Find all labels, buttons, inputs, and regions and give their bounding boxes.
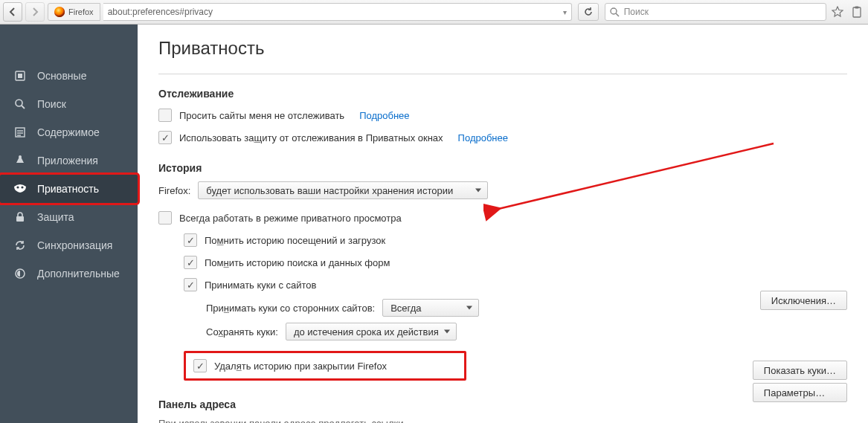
label-accept-cookies: Принимать куки с сайтов <box>205 280 316 291</box>
sidebar-item-sync[interactable]: Синхронизация <box>0 231 138 259</box>
reload-button[interactable] <box>578 3 599 21</box>
sidebar-item-search[interactable]: Поиск <box>0 90 138 118</box>
section-locationbar-title: Панель адреса <box>158 398 847 410</box>
svg-point-0 <box>611 8 617 14</box>
select-third-party[interactable]: Всегда <box>382 299 479 317</box>
label-remember-browsing: Помнить историю посещений и загрузок <box>205 235 385 246</box>
select-keep-until[interactable]: до истечения срока их действия <box>286 323 457 340</box>
preferences-content: Приватность Отслеживание Просить сайты м… <box>138 25 868 423</box>
select-third-party-value: Всегда <box>390 303 421 314</box>
advanced-icon <box>13 268 27 280</box>
section-tracking-title: Отслеживание <box>158 88 847 100</box>
label-always-private: Всегда работать в режиме приватного прос… <box>179 213 402 224</box>
locationbar-sub: При использовании панели адреса предлага… <box>158 418 847 423</box>
general-icon <box>13 70 27 82</box>
button-show-cookies[interactable]: Показать куки… <box>753 361 847 380</box>
sidebar-label: Содержимое <box>37 126 100 138</box>
applications-icon <box>13 155 27 167</box>
page-title: Приватность <box>158 38 847 59</box>
lock-icon <box>13 211 27 223</box>
svg-line-7 <box>22 106 25 109</box>
search-bar[interactable]: Поиск <box>605 3 826 21</box>
svg-rect-5 <box>18 74 22 78</box>
svg-point-13 <box>16 186 19 188</box>
checkbox-accept-cookies[interactable] <box>184 278 197 291</box>
sidebar-label: Синхронизация <box>37 239 112 251</box>
sidebar-item-privacy[interactable]: Приватность <box>0 175 138 203</box>
label-clear-on-close: Удалять историю при закрытии Firefox <box>214 361 387 372</box>
sidebar-item-content[interactable]: Содержимое <box>0 118 138 146</box>
firefox-icon <box>54 7 65 17</box>
checkbox-tracking-protection[interactable] <box>158 131 172 144</box>
select-history-mode-value: будет использовать ваши настройки хранен… <box>206 185 453 196</box>
checkbox-remember-search[interactable] <box>184 256 197 269</box>
svg-rect-3 <box>855 7 859 9</box>
select-history-mode[interactable]: будет использовать ваши настройки хранен… <box>198 181 488 199</box>
sidebar-label: Дополнительные <box>37 268 120 280</box>
button-clear-settings[interactable]: Параметры… <box>753 383 847 402</box>
sidebar-item-advanced[interactable]: Дополнительные <box>0 259 138 288</box>
sidebar-label: Поиск <box>37 98 66 110</box>
sidebar-label: Приватность <box>37 183 99 195</box>
url-text: about:preferences#privacy <box>108 7 213 17</box>
checkbox-remember-browsing[interactable] <box>184 233 197 247</box>
search-icon <box>13 98 27 110</box>
content-icon <box>13 126 27 138</box>
label-firefox-will: Firefox: <box>158 185 190 196</box>
svg-point-6 <box>16 100 22 106</box>
select-keep-until-value: до истечения срока их действия <box>294 326 439 338</box>
search-icon <box>610 7 620 17</box>
link-tp-more[interactable]: Подробнее <box>458 132 508 143</box>
bookmark-star-icon[interactable] <box>829 6 846 18</box>
section-history-title: История <box>158 162 847 174</box>
identity-label: Firefox <box>68 7 94 16</box>
checkbox-always-private[interactable] <box>158 211 172 225</box>
label-tracking-protection: Использовать защиту от отслеживания в Пр… <box>179 132 443 143</box>
forward-button[interactable] <box>25 2 45 22</box>
preferences-sidebar: Основные Поиск Содержимое Приложения При… <box>0 25 138 423</box>
svg-rect-2 <box>853 7 861 17</box>
checkbox-dnt[interactable] <box>158 109 172 122</box>
identity-box[interactable]: Firefox <box>48 3 100 21</box>
url-bar[interactable]: about:preferences#privacy ▾ <box>103 3 572 21</box>
label-dnt: Просить сайты меня не отслеживать <box>179 110 344 121</box>
browser-toolbar: Firefox about:preferences#privacy ▾ Поис… <box>0 0 868 25</box>
clipboard-icon[interactable] <box>849 6 865 18</box>
svg-line-1 <box>616 13 619 16</box>
svg-rect-15 <box>16 216 24 222</box>
label-third-party: Принимать куки со сторонних сайтов: <box>206 303 375 314</box>
label-remember-search: Помнить историю поиска и данных форм <box>205 257 390 268</box>
sync-icon <box>13 239 27 251</box>
svg-point-12 <box>19 155 22 158</box>
urlbar-dropdown-icon[interactable]: ▾ <box>563 8 567 16</box>
sidebar-item-applications[interactable]: Приложения <box>0 146 138 175</box>
divider <box>158 74 847 74</box>
sidebar-label: Основные <box>37 70 86 82</box>
sidebar-label: Приложения <box>37 155 98 167</box>
privacy-mask-icon <box>13 183 27 195</box>
highlight-clear-on-close: Удалять историю при закрытии Firefox <box>184 351 466 381</box>
link-dnt-more[interactable]: Подробнее <box>359 110 409 121</box>
sidebar-item-security[interactable]: Защита <box>0 203 138 231</box>
label-keep-until: Сохранять куки: <box>206 326 278 338</box>
checkbox-clear-on-close[interactable] <box>193 359 207 372</box>
sidebar-label: Защита <box>37 211 74 223</box>
button-exceptions[interactable]: Исключения… <box>760 291 847 310</box>
svg-point-14 <box>21 186 23 188</box>
search-placeholder: Поиск <box>624 7 649 17</box>
back-button[interactable] <box>3 2 22 22</box>
sidebar-item-general[interactable]: Основные <box>0 62 138 90</box>
